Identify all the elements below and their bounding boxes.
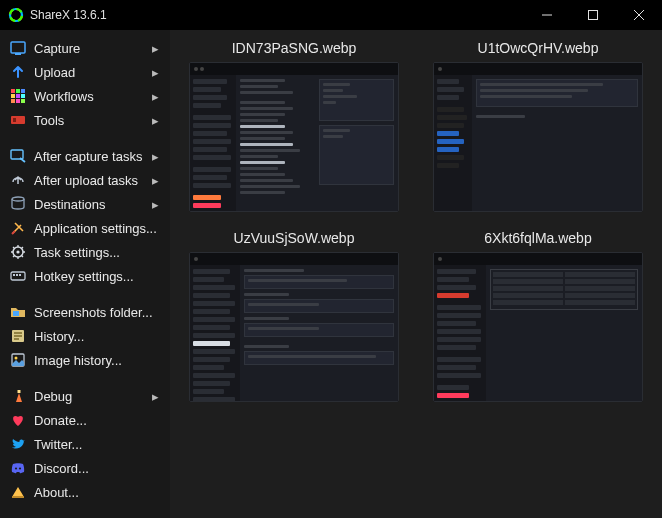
chevron-right-icon: ▸ — [150, 173, 160, 188]
app-settings-icon — [10, 220, 26, 236]
sidebar-item-hotkey-settings[interactable]: Hotkey settings... — [0, 264, 170, 288]
thumbnail-grid: IDN73PaSNG.webp — [182, 40, 650, 402]
sidebar-item-label: Screenshots folder... — [34, 305, 160, 320]
sidebar-item-label: Destinations — [34, 197, 150, 212]
menu-separator — [0, 372, 170, 384]
sidebar-item-destinations[interactable]: Destinations ▸ — [0, 192, 170, 216]
chevron-right-icon: ▸ — [150, 41, 160, 56]
sidebar-item-discord[interactable]: Discord... — [0, 456, 170, 480]
sidebar-item-label: Capture — [34, 41, 150, 56]
svg-rect-25 — [13, 311, 19, 316]
sidebar-item-label: Application settings... — [34, 221, 160, 236]
sidebar-item-debug[interactable]: Debug ▸ — [0, 384, 170, 408]
sidebar-item-image-history[interactable]: Image history... — [0, 348, 170, 372]
sidebar-item-label: After upload tasks — [34, 173, 150, 188]
after-capture-icon — [10, 148, 26, 164]
sidebar-item-tools[interactable]: Tools ▸ — [0, 108, 170, 132]
upload-icon — [10, 64, 26, 80]
thumbnail-preview — [433, 252, 643, 402]
svg-rect-9 — [11, 94, 15, 98]
sidebar-item-label: Twitter... — [34, 437, 160, 452]
chevron-right-icon: ▸ — [150, 113, 160, 128]
sidebar: Capture ▸ Upload ▸ Workflows ▸ — [0, 30, 170, 518]
thumbnail-item[interactable]: IDN73PaSNG.webp — [182, 40, 406, 212]
sidebar-item-about[interactable]: About... — [0, 480, 170, 504]
maximize-button[interactable] — [570, 0, 616, 30]
sidebar-item-twitter[interactable]: Twitter... — [0, 432, 170, 456]
chevron-right-icon: ▸ — [150, 65, 160, 80]
main-content: IDN73PaSNG.webp — [170, 30, 662, 518]
history-icon — [10, 328, 26, 344]
svg-point-30 — [15, 467, 17, 469]
workflows-icon — [10, 88, 26, 104]
chevron-right-icon: ▸ — [150, 389, 160, 404]
sidebar-item-label: Upload — [34, 65, 150, 80]
screenshots-folder-icon — [10, 304, 26, 320]
about-icon — [10, 484, 26, 500]
svg-rect-11 — [21, 94, 25, 98]
window-controls — [524, 0, 662, 30]
svg-rect-32 — [12, 496, 24, 498]
thumbnail-filename: 6Xkt6fqlMa.webp — [484, 230, 591, 246]
task-settings-icon — [10, 244, 26, 260]
destinations-icon — [10, 196, 26, 212]
svg-rect-5 — [15, 53, 21, 55]
svg-rect-4 — [11, 42, 25, 53]
titlebar: ShareX 13.6.1 — [0, 0, 662, 30]
sidebar-item-label: Image history... — [34, 353, 160, 368]
thumbnail-item[interactable]: 6Xkt6fqlMa.webp — [426, 230, 650, 402]
minimize-button[interactable] — [524, 0, 570, 30]
menu-separator — [0, 132, 170, 144]
sharex-logo-icon — [8, 7, 24, 23]
menu-separator — [0, 288, 170, 300]
svg-rect-3 — [589, 11, 598, 20]
svg-rect-10 — [16, 94, 20, 98]
svg-rect-16 — [13, 118, 16, 122]
sidebar-item-label: Debug — [34, 389, 150, 404]
sidebar-item-label: Discord... — [34, 461, 160, 476]
donate-icon — [10, 412, 26, 428]
sidebar-item-label: Workflows — [34, 89, 150, 104]
sidebar-item-app-settings[interactable]: Application settings... — [0, 216, 170, 240]
tools-icon — [10, 112, 26, 128]
sidebar-item-screenshots-folder[interactable]: Screenshots folder... — [0, 300, 170, 324]
sidebar-item-task-settings[interactable]: Task settings... — [0, 240, 170, 264]
thumbnail-preview — [189, 252, 399, 402]
svg-rect-7 — [16, 89, 20, 93]
sidebar-item-after-capture[interactable]: After capture tasks ▸ — [0, 144, 170, 168]
sidebar-item-label: Task settings... — [34, 245, 160, 260]
sidebar-item-capture[interactable]: Capture ▸ — [0, 36, 170, 60]
sidebar-item-history[interactable]: History... — [0, 324, 170, 348]
twitter-icon — [10, 436, 26, 452]
sidebar-item-label: After capture tasks — [34, 149, 150, 164]
sidebar-item-workflows[interactable]: Workflows ▸ — [0, 84, 170, 108]
hotkey-settings-icon — [10, 268, 26, 284]
close-button[interactable] — [616, 0, 662, 30]
svg-point-18 — [12, 197, 24, 201]
svg-rect-8 — [21, 89, 25, 93]
svg-point-28 — [15, 357, 18, 360]
thumbnail-item[interactable]: U1tOwcQrHV.webp — [426, 40, 650, 212]
svg-rect-24 — [19, 274, 21, 276]
svg-rect-13 — [16, 99, 20, 103]
sidebar-item-donate[interactable]: Donate... — [0, 408, 170, 432]
capture-icon — [10, 40, 26, 56]
svg-rect-6 — [11, 89, 15, 93]
sidebar-item-label: About... — [34, 485, 160, 500]
svg-rect-17 — [11, 150, 23, 159]
window-title: ShareX 13.6.1 — [30, 8, 524, 22]
sidebar-item-label: Hotkey settings... — [34, 269, 160, 284]
sidebar-item-after-upload[interactable]: After upload tasks ▸ — [0, 168, 170, 192]
discord-icon — [10, 460, 26, 476]
sidebar-item-upload[interactable]: Upload ▸ — [0, 60, 170, 84]
thumbnail-filename: UzVuuSjSoW.webp — [234, 230, 355, 246]
chevron-right-icon: ▸ — [150, 149, 160, 164]
thumbnail-filename: IDN73PaSNG.webp — [232, 40, 357, 56]
sidebar-item-label: Tools — [34, 113, 150, 128]
svg-point-20 — [16, 250, 19, 253]
svg-rect-12 — [11, 99, 15, 103]
after-upload-icon — [10, 172, 26, 188]
svg-point-2 — [10, 9, 22, 21]
svg-rect-22 — [13, 274, 15, 276]
thumbnail-item[interactable]: UzVuuSjSoW.webp — [182, 230, 406, 402]
